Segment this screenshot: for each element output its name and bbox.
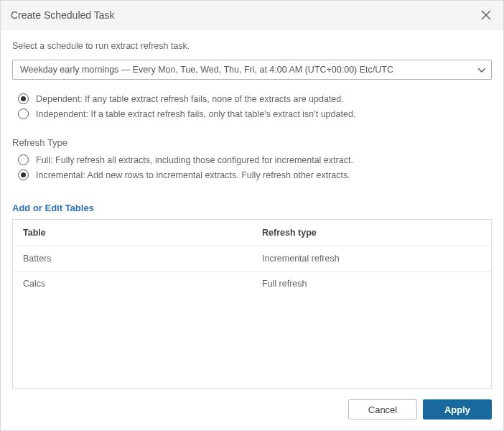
refresh-type-option-full[interactable]: Full: Fully refresh all extracts, includ… (12, 152, 492, 167)
table-row: Calcs Full refresh (13, 271, 491, 296)
dependency-radio-group: Dependent: If any table extract refresh … (12, 91, 492, 121)
radio-icon (18, 93, 29, 104)
radio-label: Full: Fully refresh all extracts, includ… (36, 155, 353, 165)
radio-label: Independent: If a table extract refresh … (36, 109, 355, 119)
table-cell-name: Calcs (13, 272, 252, 296)
radio-icon (18, 154, 29, 165)
table-cell-refresh: Incremental refresh (252, 246, 491, 271)
dialog-footer: Cancel Apply (1, 389, 503, 430)
dependency-option-independent[interactable]: Independent: If a table extract refresh … (12, 106, 492, 121)
table-cell-refresh: Full refresh (252, 272, 491, 296)
refresh-type-option-incremental[interactable]: Incremental: Add new rows to incremental… (12, 167, 492, 182)
refresh-type-radio-group: Full: Fully refresh all extracts, includ… (12, 152, 492, 182)
dialog-title: Create Scheduled Task (11, 9, 115, 21)
dialog-content: Select a schedule to run extract refresh… (1, 29, 503, 389)
dialog-header: Create Scheduled Task (1, 1, 503, 29)
radio-label: Incremental: Add new rows to incremental… (36, 170, 350, 180)
create-scheduled-task-dialog: Create Scheduled Task Select a schedule … (0, 0, 504, 431)
instruction-text: Select a schedule to run extract refresh… (12, 41, 492, 51)
chevron-down-icon (478, 65, 485, 75)
table-header-row: Table Refresh type (13, 220, 491, 246)
dependency-option-dependent[interactable]: Dependent: If any table extract refresh … (12, 91, 492, 106)
refresh-type-heading: Refresh Type (12, 137, 492, 148)
close-button[interactable] (479, 8, 493, 22)
cancel-button[interactable]: Cancel (348, 399, 417, 420)
tables-box: Table Refresh type Batters Incremental r… (12, 219, 492, 389)
apply-button[interactable]: Apply (423, 399, 492, 420)
schedule-select[interactable]: Weekday early mornings — Every Mon, Tue,… (12, 60, 492, 80)
radio-label: Dependent: If any table extract refresh … (36, 94, 344, 104)
table-cell-name: Batters (13, 246, 252, 271)
table-header-table: Table (13, 220, 252, 246)
add-edit-tables-link[interactable]: Add or Edit Tables (12, 203, 492, 213)
close-icon (481, 10, 491, 20)
table-row: Batters Incremental refresh (13, 246, 491, 271)
radio-icon (18, 170, 29, 180)
table-header-refresh-type: Refresh type (252, 220, 491, 246)
radio-icon (18, 108, 29, 119)
schedule-select-value: Weekday early mornings — Every Mon, Tue,… (20, 65, 393, 75)
